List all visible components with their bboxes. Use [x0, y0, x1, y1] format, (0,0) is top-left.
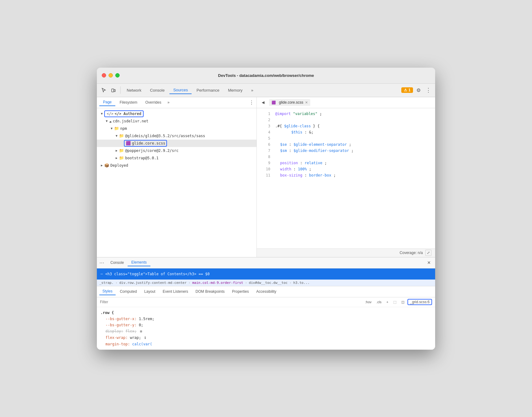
crumb-sep-1: ›	[115, 281, 117, 285]
notification-icon: ⚠	[404, 88, 407, 92]
tree-item-npm[interactable]: ▼ 📁 npm	[97, 125, 256, 132]
bottom-toolbar: ⋯ Console Elements ✕	[97, 257, 435, 268]
crumb-3[interactable]: main.col-md-9.order-first	[192, 281, 243, 285]
crumb-1[interactable]: _strap.	[99, 281, 113, 285]
css-prop-2: --bs-gutter-y:	[105, 323, 137, 327]
inspect-icon[interactable]	[99, 86, 108, 94]
crumb-sep-2: ›	[189, 281, 191, 285]
deployed-label: Deployed	[110, 163, 128, 168]
minimize-button[interactable]	[109, 73, 113, 77]
window-title: DevTools - datacadamia.com/web/browser/c…	[218, 73, 314, 78]
css-prop-row-3: display: flex; ⊞	[101, 328, 431, 335]
bottom-close-icon[interactable]: ✕	[425, 259, 433, 266]
code-semi-1: ;	[320, 112, 322, 116]
maximize-button[interactable]	[115, 73, 120, 77]
tab-page[interactable]: Page	[99, 99, 115, 106]
tab-network[interactable]: Network	[123, 87, 145, 94]
code-content-11: box-sizing : border-box ;	[275, 172, 433, 178]
filter-cls-btn[interactable]: .cls	[375, 300, 383, 304]
tree-item-file[interactable]: 🟪 glide.core.scss	[97, 140, 256, 147]
line-num-1: 1	[259, 111, 270, 117]
coverage-expand-icon[interactable]: ⤢	[425, 250, 431, 256]
code-colon-6: :	[289, 142, 293, 147]
filter-copy-icon[interactable]: ⬚	[391, 300, 398, 305]
code-line-4: 4 $this : &;	[257, 129, 435, 135]
filter-hov-btn[interactable]: :hov	[363, 300, 373, 304]
notification-badge[interactable]: ⚠ 1	[401, 87, 413, 93]
close-button[interactable]	[102, 73, 106, 77]
tree-item-cdn[interactable]: ▼ ☁ cdn.jsdelivr.net	[97, 117, 256, 125]
tab-accessibility[interactable]: Accessibility	[253, 288, 279, 295]
tree-item-authored[interactable]: ▼ </> </> Authored	[97, 110, 256, 117]
tab-dom-breakpoints[interactable]: DOM Breakpoints	[193, 288, 228, 295]
tab-event-listeners[interactable]: Event Listeners	[160, 288, 191, 295]
code-colon-10: :	[293, 167, 298, 171]
filter-actions: :hov .cls + ⬚ ◫ _grid.scss:6	[363, 299, 432, 305]
css-prop-5: margin-top:	[105, 342, 130, 346]
coverage-label: Coverage: n/a	[400, 251, 423, 255]
line-num-8: 8	[259, 154, 270, 160]
code-line-2: 2	[257, 117, 435, 123]
filter-sidebar-icon[interactable]: ◫	[399, 300, 406, 305]
tab-computed[interactable]: Computed	[117, 288, 140, 295]
line-num-6: 6	[259, 141, 270, 148]
panel-tab-more[interactable]: »	[165, 100, 171, 105]
code-content-10: width : 100% ;	[275, 166, 433, 172]
tab-styles[interactable]: Styles	[99, 288, 116, 295]
tree-item-popperjs[interactable]: ▶ 📁 @popperjs/core@2.9.2/src	[97, 147, 256, 154]
settings-icon[interactable]: ⚙	[414, 86, 423, 94]
tab-sources[interactable]: Sources	[169, 86, 192, 94]
code-line-8: 8	[257, 154, 435, 160]
css-prop-row-1: --bs-gutter-x: 1.5rem;	[101, 316, 431, 322]
css-prop-row-5: margin-top: calc(var(	[101, 341, 431, 347]
tab-layout[interactable]: Layout	[141, 288, 158, 295]
styles-tabs: Styles Computed Layout Event Listeners D…	[97, 286, 435, 297]
css-val-1: 1.5rem;	[139, 317, 154, 321]
panel-more-options[interactable]: ⋮	[249, 100, 254, 105]
styles-filter-input[interactable]	[100, 300, 361, 304]
tab-console[interactable]: Console	[146, 87, 169, 94]
tree-item-bootstrap[interactable]: ▶ 📁 bootstrap@5.0.1	[97, 154, 256, 162]
filter-add-icon[interactable]: +	[385, 300, 390, 304]
code-line-7: 7 $sm : $glide-modifier-separator ;	[257, 148, 435, 154]
more-options-icon[interactable]: ⋮	[424, 86, 433, 94]
tree-item-deployed[interactable]: ▶ 📦 Deployed	[97, 162, 256, 169]
authored-label: </> Authored	[115, 112, 141, 116]
scss-file-icon: 🟪	[126, 141, 131, 145]
flex-grid-icon: ⊞	[140, 329, 142, 333]
tab-filesystem[interactable]: Filesystem	[116, 99, 141, 106]
code-val-9: relative	[304, 161, 322, 165]
crumb-5[interactable]: h3.to...	[293, 281, 310, 285]
crumb-2[interactable]: div.row.justify-content-md-center	[119, 281, 187, 285]
bottom-more-icon[interactable]: ⋯	[99, 260, 104, 266]
code-colon-4: : &;	[305, 130, 314, 134]
code-area: 1 @import "variables" ; 2 3 .#{ $glide	[257, 108, 435, 248]
bootstrap-label: bootstrap@5.0.1	[125, 156, 158, 160]
editor-tab[interactable]: 🟪 glide.core.scss ✕	[269, 99, 310, 106]
npm-arrow: ▼	[109, 127, 114, 130]
device-toolbar-icon[interactable]	[109, 86, 118, 94]
crumb-nav: _strap. › div.row.justify-content-md-cen…	[97, 280, 435, 286]
tab-elements-bottom[interactable]: Elements	[128, 259, 150, 266]
crumb-4[interactable]: div#dw__toc.dw__toc	[249, 281, 288, 285]
tree-item-glideis[interactable]: ▼ 📁 @glideis/glide@3.5.2/src/assets/sass	[97, 132, 256, 140]
file-box: 🟪 glide.core.scss	[124, 140, 167, 147]
tab-file-icon: 🟪	[272, 101, 276, 105]
tab-overrides[interactable]: Overrides	[141, 99, 165, 106]
editor-tab-close-icon[interactable]: ✕	[305, 101, 308, 105]
code-content-5	[275, 135, 433, 141]
tab-more[interactable]: »	[247, 87, 257, 94]
tab-memory[interactable]: Memory	[224, 87, 246, 94]
grid-link-box[interactable]: _grid.scss:6	[407, 299, 432, 305]
line-num-3: 3	[259, 123, 270, 129]
tab-performance[interactable]: Performance	[193, 87, 223, 94]
line-num-11: 11	[259, 172, 270, 178]
deployed-arrow: ▶	[99, 164, 104, 167]
traffic-lights	[102, 73, 120, 77]
editor-back-icon[interactable]: ◀	[259, 99, 267, 106]
breadcrumb-dots[interactable]: ⋯	[101, 272, 103, 276]
tab-console-bottom[interactable]: Console	[107, 259, 128, 266]
tab-properties[interactable]: Properties	[229, 288, 252, 295]
css-prop-1: --bs-gutter-x:	[105, 317, 137, 321]
code-line-11: 11 box-sizing : border-box ;	[257, 172, 435, 178]
